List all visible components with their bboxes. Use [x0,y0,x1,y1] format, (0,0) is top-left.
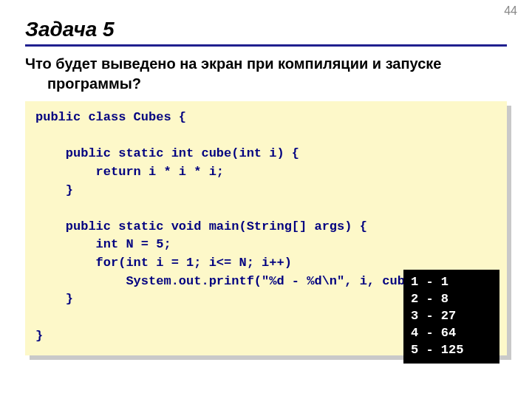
question-prompt: Что будет выведено на экран при компиляц… [25,54,507,94]
slide-title: Задача 5 [25,18,507,41]
output-block: 1 - 1 2 - 8 3 - 27 4 - 64 5 - 125 [403,270,499,364]
title-underline [25,44,507,47]
slide: 44 Задача 5 Что будет выведено на экран … [0,0,532,399]
page-number: 44 [504,4,517,18]
prompt-line-2: программы? [25,74,507,94]
prompt-line-1: Что будет выведено на экран при компиляц… [25,55,441,72]
